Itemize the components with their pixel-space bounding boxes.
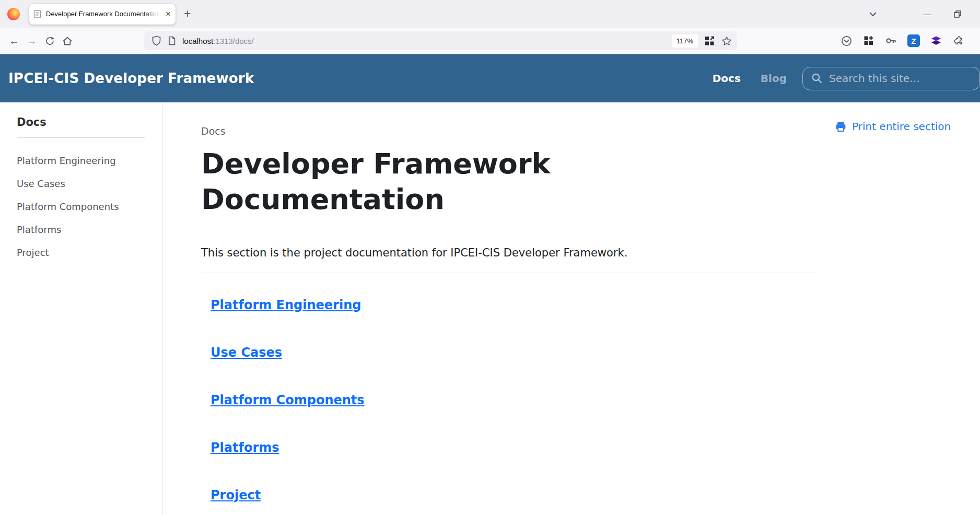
section-link-use-cases[interactable]: Use Cases xyxy=(211,345,282,360)
tab-close-icon[interactable]: × xyxy=(166,9,171,18)
browser-toolbar: ← → localhost:1313/docs/ 117% xyxy=(0,28,980,54)
page-info-icon[interactable] xyxy=(168,36,176,45)
toolbar-extensions-area: Z xyxy=(837,32,967,49)
sidebar-item-use-cases[interactable]: Use Cases xyxy=(17,179,162,189)
page-favicon-icon xyxy=(33,10,41,18)
extension-grid-arrow-icon[interactable] xyxy=(705,36,715,46)
site-navbar: IPCEI-CIS Developer Framework Docs Blog xyxy=(0,54,980,102)
zotero-extension-icon[interactable]: Z xyxy=(905,32,923,49)
section-row: Project xyxy=(211,488,823,503)
page-body: Docs Platform Engineering Use Cases Plat… xyxy=(0,102,980,515)
reload-icon[interactable] xyxy=(41,32,59,49)
main-content: Docs Developer Framework Documentation T… xyxy=(163,102,823,515)
search-icon xyxy=(811,73,823,84)
site-brand[interactable]: IPCEI-CIS Developer Framework xyxy=(8,71,254,86)
page-title: Developer Framework Documentation xyxy=(201,146,671,217)
section-row: Platform Engineering xyxy=(211,298,823,313)
intro-paragraph: This section is the project documentatio… xyxy=(201,247,776,259)
new-tab-button[interactable]: + xyxy=(184,8,191,20)
sidebar-divider xyxy=(17,137,145,138)
extensions-puzzle-icon[interactable] xyxy=(950,32,967,49)
list-all-tabs-chevron-icon[interactable] xyxy=(866,7,880,21)
url-path: :1313/docs/ xyxy=(213,37,254,45)
pocket-icon[interactable] xyxy=(837,32,855,49)
url-bar[interactable]: localhost:1313/docs/ 117% xyxy=(144,31,737,50)
browser-tab-bar: Developer Framework Documentation × + — xyxy=(0,0,980,28)
back-icon[interactable]: ← xyxy=(5,32,23,49)
section-row: Platforms xyxy=(211,440,823,455)
tracking-shield-icon[interactable] xyxy=(151,36,161,46)
sidebar-items: Platform Engineering Use Cases Platform … xyxy=(17,156,162,258)
site-search-box[interactable] xyxy=(802,67,980,90)
zoom-level-badge[interactable]: 117% xyxy=(672,34,698,48)
sidebar-title: Docs xyxy=(17,116,162,128)
section-link-platforms[interactable]: Platforms xyxy=(211,440,279,455)
section-link-platform-components[interactable]: Platform Components xyxy=(211,393,365,408)
zotero-z-glyph: Z xyxy=(907,34,920,47)
url-host: localhost xyxy=(182,37,213,45)
site-nav-links: Docs Blog xyxy=(713,72,787,85)
tab-title: Developer Framework Documentation xyxy=(46,10,162,18)
section-row: Platform Components xyxy=(211,393,823,408)
search-input[interactable] xyxy=(828,72,961,85)
breadcrumb[interactable]: Docs xyxy=(201,125,823,137)
print-link-label: Print entire section xyxy=(852,120,951,133)
content-divider xyxy=(201,273,816,273)
right-sidebar: Print entire section xyxy=(823,102,980,515)
sidebar-item-platforms[interactable]: Platforms xyxy=(17,225,162,235)
section-row: Use Cases xyxy=(211,345,823,360)
password-key-icon[interactable] xyxy=(882,32,900,49)
docs-sidebar: Docs Platform Engineering Use Cases Plat… xyxy=(0,102,163,515)
sidebar-item-platform-components[interactable]: Platform Components xyxy=(17,202,162,212)
url-text[interactable]: localhost:1313/docs/ xyxy=(182,37,254,45)
sidebar-item-project[interactable]: Project xyxy=(17,248,162,258)
sidebar-item-platform-engineering[interactable]: Platform Engineering xyxy=(17,156,162,166)
print-entire-section-link[interactable]: Print entire section xyxy=(835,120,980,133)
section-list: Platform Engineering Use Cases Platform … xyxy=(201,298,823,503)
section-link-platform-engineering[interactable]: Platform Engineering xyxy=(211,298,361,313)
nav-link-blog[interactable]: Blog xyxy=(761,72,787,85)
firefox-logo-icon[interactable] xyxy=(7,8,20,20)
window-minimize-icon[interactable]: — xyxy=(920,7,934,21)
printer-icon xyxy=(835,121,847,133)
layers-extension-icon[interactable] xyxy=(927,32,945,49)
extensions-grid-plus-icon[interactable] xyxy=(860,32,878,49)
bookmark-star-icon[interactable] xyxy=(721,36,732,46)
home-icon[interactable] xyxy=(59,32,76,49)
nav-link-docs[interactable]: Docs xyxy=(713,72,741,85)
window-restore-icon[interactable] xyxy=(951,7,964,21)
browser-tab[interactable]: Developer Framework Documentation × xyxy=(29,4,176,25)
forward-icon: → xyxy=(23,32,41,49)
section-link-project[interactable]: Project xyxy=(211,488,261,503)
